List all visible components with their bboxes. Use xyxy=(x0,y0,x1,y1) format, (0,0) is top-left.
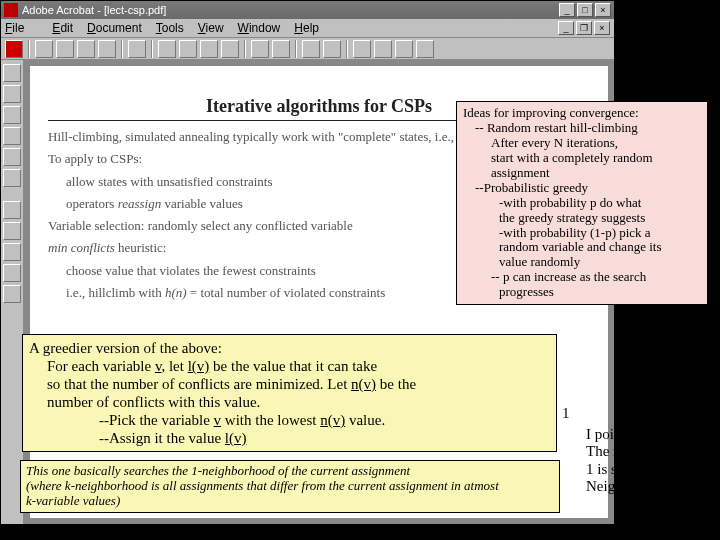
forward-button[interactable] xyxy=(272,40,290,58)
first-page-button[interactable] xyxy=(158,40,176,58)
next-page-button[interactable] xyxy=(200,40,218,58)
menu-file[interactable]: File xyxy=(5,21,38,35)
text-select-tool-icon[interactable] xyxy=(3,106,21,124)
annotation-line: Ideas for improving convergence: xyxy=(463,106,701,121)
annotation-line: Neighborhood 2 xyxy=(586,478,716,495)
annotation-line: --Assign it the value l(v) xyxy=(99,429,550,447)
annotation-line: --Probabilistic greedy xyxy=(475,181,701,196)
menu-help[interactable]: Help xyxy=(294,21,319,35)
article-tool-icon[interactable] xyxy=(3,243,21,261)
annotation-line: This one basically searches the 1-neighb… xyxy=(26,464,554,479)
annotation-neighborhood: This one basically searches the 1-neighb… xyxy=(20,460,560,513)
menu-view[interactable]: View xyxy=(198,21,224,35)
doc-minimize-button[interactable]: _ xyxy=(558,21,574,35)
movie-tool-icon[interactable] xyxy=(3,285,21,303)
prev-page-button[interactable] xyxy=(179,40,197,58)
hand-tool-icon[interactable] xyxy=(3,64,21,82)
form-tool-icon[interactable] xyxy=(3,201,21,219)
adobe-logo-icon xyxy=(5,40,23,58)
sidebar xyxy=(1,60,24,524)
annotation-line: -with probability p do what xyxy=(499,196,701,211)
search-button[interactable] xyxy=(128,40,146,58)
minimize-button[interactable]: _ xyxy=(559,3,575,17)
annotation-line: For each variable v, let l(v) be the val… xyxy=(47,357,550,375)
zoom-in-button[interactable] xyxy=(323,40,341,58)
label-1: 1 xyxy=(562,405,570,422)
close-button[interactable]: × xyxy=(595,3,611,17)
annotation-line: random variable and change its xyxy=(499,240,701,255)
annotation-line: start with a completely random xyxy=(491,151,701,166)
annotation-line: assignment xyxy=(491,166,701,181)
annotation-line: -- p can increase as the search xyxy=(491,270,701,285)
open-button[interactable] xyxy=(35,40,53,58)
menubar: File Edit Document Tools View Window Hel… xyxy=(1,19,614,38)
app-icon xyxy=(4,3,18,17)
save-button[interactable] xyxy=(56,40,74,58)
rotate-button[interactable] xyxy=(353,40,371,58)
annotation-line: After every N iterations, xyxy=(491,136,701,151)
crop-tool-icon[interactable] xyxy=(3,127,21,145)
last-page-button[interactable] xyxy=(221,40,239,58)
annotation-line: the greedy strategy suggests xyxy=(499,211,701,226)
annotation-line: 1 is subsumed by xyxy=(586,461,716,478)
annotation-ideas: Ideas for improving convergence: -- Rand… xyxy=(456,101,708,305)
menu-document[interactable]: Document xyxy=(87,21,142,35)
note-tool-icon[interactable] xyxy=(3,148,21,166)
maximize-button[interactable]: □ xyxy=(577,3,593,17)
menu-window[interactable]: Window xyxy=(238,21,281,35)
mail-button[interactable] xyxy=(98,40,116,58)
toolbar xyxy=(1,38,614,60)
annotation-line: number of conflicts with this value. xyxy=(47,393,550,411)
annotation-line: I pointed out that xyxy=(586,426,716,443)
annotation-line: value randomly xyxy=(499,255,701,270)
annotation-line: (where k-neighborhood is all assignments… xyxy=(26,479,554,494)
annotation-line: -- Random restart hill-climbing xyxy=(475,121,701,136)
window-title: Adobe Acrobat - [lect-csp.pdf] xyxy=(22,4,166,16)
print-button[interactable] xyxy=(77,40,95,58)
titlebar: Adobe Acrobat - [lect-csp.pdf] _ □ × xyxy=(1,1,614,19)
pencil-tool-icon[interactable] xyxy=(3,169,21,187)
touchup-tool-icon[interactable] xyxy=(3,264,21,282)
menu-tools[interactable]: Tools xyxy=(156,21,184,35)
back-button[interactable] xyxy=(251,40,269,58)
annotation-line: k-variable values) xyxy=(26,494,554,509)
annotation-line: A greedier version of the above: xyxy=(29,339,550,357)
annotation-line: -with probability (1-p) pick a xyxy=(499,226,701,241)
link-tool-icon[interactable] xyxy=(3,222,21,240)
doc-close-button[interactable]: × xyxy=(594,21,610,35)
annotation-line: so that the number of conflicts are mini… xyxy=(47,375,550,393)
annotation-line: --Pick the variable v with the lowest n(… xyxy=(99,411,550,429)
zoom-out-button[interactable] xyxy=(302,40,320,58)
zoom-tool-icon[interactable] xyxy=(3,85,21,103)
annotation-pointed-out: I pointed out that The neighborhood 1 is… xyxy=(586,426,716,495)
tool-button-b[interactable] xyxy=(395,40,413,58)
tool-button-a[interactable] xyxy=(374,40,392,58)
menu-edit[interactable]: Edit xyxy=(52,21,73,35)
annotation-greedy: A greedier version of the above: For eac… xyxy=(22,334,557,452)
tool-button-c[interactable] xyxy=(416,40,434,58)
annotation-line: The neighborhood xyxy=(586,443,716,460)
doc-restore-button[interactable]: ❐ xyxy=(576,21,592,35)
annotation-line: progresses xyxy=(499,285,701,300)
